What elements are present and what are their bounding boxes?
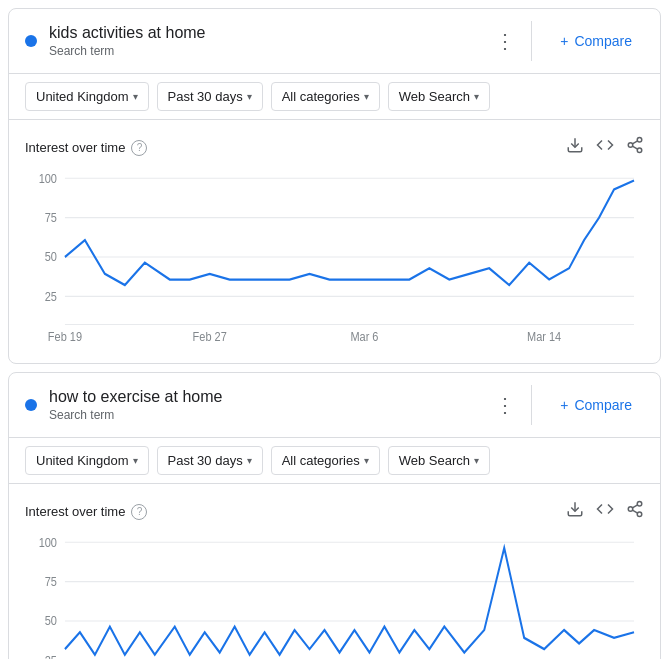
chart-title-row-2: Interest over time ?: [25, 504, 147, 520]
code-icon-2[interactable]: [596, 500, 614, 523]
svg-point-2: [628, 143, 633, 148]
svg-text:100: 100: [39, 171, 58, 185]
search-type-arrow-2: ▾: [474, 455, 479, 466]
term-subtitle-2: Search term: [49, 408, 487, 422]
svg-text:75: 75: [45, 210, 58, 224]
search-term-row-1: kids activities at home Search term ⋮ + …: [9, 9, 660, 74]
svg-line-23: [632, 510, 637, 513]
category-label-2: All categories: [282, 453, 360, 468]
search-term-row-2: how to exercise at home Search term ⋮ + …: [9, 373, 660, 438]
period-label-1: Past 30 days: [168, 89, 243, 104]
term-subtitle-1: Search term: [49, 44, 487, 58]
chart-header-1: Interest over time ?: [25, 136, 644, 159]
region-filter-2[interactable]: United Kingdom ▾: [25, 446, 149, 475]
svg-line-5: [632, 141, 637, 144]
svg-text:25: 25: [45, 653, 58, 659]
category-arrow-1: ▾: [364, 91, 369, 102]
more-options-icon-1[interactable]: ⋮: [487, 25, 523, 57]
code-icon-1[interactable]: [596, 136, 614, 159]
term-title-1: kids activities at home: [49, 24, 487, 42]
chart-title-1: Interest over time: [25, 140, 125, 155]
period-filter-1[interactable]: Past 30 days ▾: [157, 82, 263, 111]
card-kids-activities: kids activities at home Search term ⋮ + …: [8, 8, 661, 364]
category-arrow-2: ▾: [364, 455, 369, 466]
svg-text:100: 100: [39, 535, 58, 549]
svg-text:Mar 14: Mar 14: [527, 330, 562, 344]
svg-text:50: 50: [45, 614, 58, 628]
search-type-label-1: Web Search: [399, 89, 470, 104]
svg-line-24: [632, 505, 637, 508]
share-icon-1[interactable]: [626, 136, 644, 159]
svg-text:Feb 27: Feb 27: [193, 330, 227, 344]
category-label-1: All categories: [282, 89, 360, 104]
term-dot-2: [25, 399, 37, 411]
category-filter-2[interactable]: All categories ▾: [271, 446, 380, 475]
svg-text:25: 25: [45, 289, 58, 303]
compare-button-2[interactable]: + Compare: [548, 391, 644, 419]
chart-actions-2: [566, 500, 644, 523]
card-exercise-home: how to exercise at home Search term ⋮ + …: [8, 372, 661, 659]
category-filter-1[interactable]: All categories ▾: [271, 82, 380, 111]
download-icon-2[interactable]: [566, 500, 584, 523]
chart-header-2: Interest over time ?: [25, 500, 644, 523]
period-arrow-1: ▾: [247, 91, 252, 102]
filters-row-1: United Kingdom ▾ Past 30 days ▾ All cate…: [9, 74, 660, 120]
compare-divider-2: [531, 385, 532, 425]
region-label-2: United Kingdom: [36, 453, 129, 468]
more-options-icon-2[interactable]: ⋮: [487, 389, 523, 421]
search-type-label-2: Web Search: [399, 453, 470, 468]
search-type-filter-1[interactable]: Web Search ▾: [388, 82, 490, 111]
svg-point-20: [637, 502, 642, 507]
search-type-filter-2[interactable]: Web Search ▾: [388, 446, 490, 475]
compare-label-1: Compare: [574, 33, 632, 49]
filters-row-2: United Kingdom ▾ Past 30 days ▾ All cate…: [9, 438, 660, 484]
term-title-2: how to exercise at home: [49, 388, 487, 406]
chart-1: 100 75 50 25 Feb 19 Feb 27 Mar 6 Mar 14: [25, 167, 644, 347]
help-icon-2[interactable]: ?: [131, 504, 147, 520]
chart-section-1: Interest over time ?: [9, 120, 660, 363]
chart-section-2: Interest over time ?: [9, 484, 660, 659]
plus-icon-2: +: [560, 397, 568, 413]
region-label-1: United Kingdom: [36, 89, 129, 104]
term-info-1: kids activities at home Search term: [49, 24, 487, 58]
period-filter-2[interactable]: Past 30 days ▾: [157, 446, 263, 475]
term-info-2: how to exercise at home Search term: [49, 388, 487, 422]
period-label-2: Past 30 days: [168, 453, 243, 468]
share-icon-2[interactable]: [626, 500, 644, 523]
chart-actions-1: [566, 136, 644, 159]
compare-divider-1: [531, 21, 532, 61]
region-filter-1[interactable]: United Kingdom ▾: [25, 82, 149, 111]
help-icon-1[interactable]: ?: [131, 140, 147, 156]
svg-point-1: [637, 138, 642, 143]
svg-text:50: 50: [45, 250, 58, 264]
svg-point-21: [628, 507, 633, 512]
svg-text:Mar 6: Mar 6: [350, 330, 378, 344]
chart-2: 100 75 50 25 Feb 19 Feb 27 Mar 6 Mar 14: [25, 531, 644, 659]
term-dot-1: [25, 35, 37, 47]
period-arrow-2: ▾: [247, 455, 252, 466]
svg-point-22: [637, 512, 642, 517]
region-arrow-2: ▾: [133, 455, 138, 466]
compare-label-2: Compare: [574, 397, 632, 413]
region-arrow-1: ▾: [133, 91, 138, 102]
svg-line-4: [632, 146, 637, 149]
plus-icon-1: +: [560, 33, 568, 49]
svg-text:Feb 19: Feb 19: [48, 330, 82, 344]
chart-title-2: Interest over time: [25, 504, 125, 519]
svg-text:75: 75: [45, 574, 58, 588]
download-icon-1[interactable]: [566, 136, 584, 159]
compare-button-1[interactable]: + Compare: [548, 27, 644, 55]
search-type-arrow-1: ▾: [474, 91, 479, 102]
svg-point-3: [637, 148, 642, 153]
chart-title-row-1: Interest over time ?: [25, 140, 147, 156]
